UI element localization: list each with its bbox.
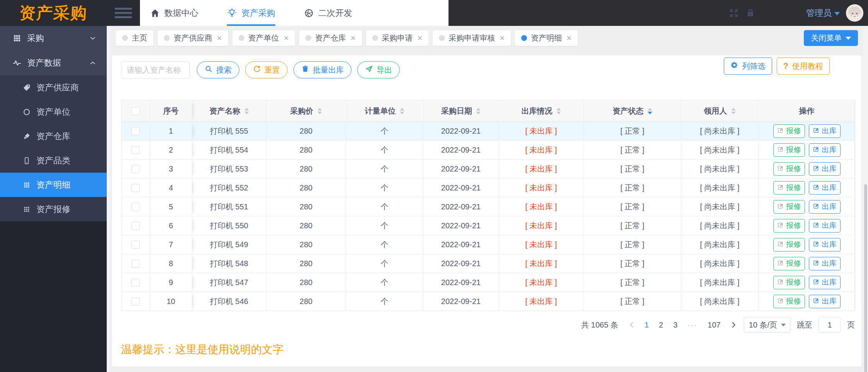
sort-desc-icon[interactable] bbox=[731, 112, 736, 114]
出库-button[interactable]: 出库 bbox=[809, 276, 841, 289]
sort-asc-icon[interactable] bbox=[317, 108, 322, 110]
close-menu-button[interactable]: 关闭菜单 bbox=[804, 30, 858, 46]
搜索-button[interactable]: 搜索 bbox=[197, 61, 239, 78]
sort-asc-icon[interactable] bbox=[648, 108, 652, 110]
sort-desc-icon[interactable] bbox=[648, 112, 652, 114]
报修-button[interactable]: 报修 bbox=[773, 200, 805, 214]
jump-page-input[interactable] bbox=[819, 317, 841, 333]
报修-button[interactable]: 报修 bbox=[773, 219, 805, 233]
row-checkbox[interactable] bbox=[131, 203, 140, 211]
sort-desc-icon[interactable] bbox=[400, 112, 404, 114]
sidebar-item-资产品类[interactable]: 资产品类 bbox=[0, 148, 107, 173]
row-checkbox[interactable] bbox=[131, 184, 140, 192]
报修-button[interactable]: 报修 bbox=[773, 295, 805, 308]
close-icon[interactable]: × bbox=[284, 34, 289, 42]
close-icon[interactable]: × bbox=[500, 34, 505, 42]
sort-icon[interactable] bbox=[731, 108, 736, 114]
sort-desc-icon[interactable] bbox=[476, 112, 481, 114]
sort-icon[interactable] bbox=[648, 108, 652, 114]
open-tab-资产供应商[interactable]: 资产供应商× bbox=[158, 31, 228, 46]
top-nav-tab-资产采购[interactable]: 资产采购 bbox=[227, 0, 275, 26]
close-icon[interactable]: × bbox=[566, 34, 571, 42]
sidebar-scrollbar[interactable] bbox=[107, 26, 110, 372]
sort-desc-icon[interactable] bbox=[317, 112, 322, 114]
close-icon[interactable]: × bbox=[418, 34, 423, 42]
column-header-计量单位[interactable]: 计量单位 bbox=[346, 100, 423, 121]
sort-asc-icon[interactable] bbox=[476, 108, 481, 110]
sidebar-item-采购[interactable]: 采购 bbox=[0, 26, 107, 51]
报修-button[interactable]: 报修 bbox=[773, 124, 805, 138]
sort-asc-icon[interactable] bbox=[244, 108, 249, 110]
user-menu[interactable]: 管理员 bbox=[806, 7, 840, 19]
hamburger-menu-icon[interactable] bbox=[115, 8, 132, 18]
报修-button[interactable]: 报修 bbox=[773, 143, 805, 157]
row-checkbox[interactable] bbox=[131, 127, 140, 135]
top-nav-tab-数据中心[interactable]: 数据中心 bbox=[150, 0, 198, 26]
sort-icon[interactable] bbox=[244, 108, 249, 114]
column-header-资产状态[interactable]: 资产状态 bbox=[584, 100, 681, 121]
出库-button[interactable]: 出库 bbox=[809, 257, 841, 270]
column-header-领用人[interactable]: 领用人 bbox=[681, 100, 759, 121]
open-tab-资产仓库[interactable]: 资产仓库× bbox=[299, 31, 362, 46]
page-number[interactable]: 3 bbox=[671, 321, 680, 330]
column-header-出库情况[interactable]: 出库情况 bbox=[499, 100, 584, 121]
sort-desc-icon[interactable] bbox=[244, 112, 249, 114]
sidebar-item-资产数据[interactable]: 资产数据 bbox=[0, 51, 107, 75]
column-header-采购价[interactable]: 采购价 bbox=[266, 100, 346, 121]
出库-button[interactable]: 出库 bbox=[809, 295, 841, 308]
报修-button[interactable]: 报修 bbox=[773, 162, 805, 176]
open-tab-资产明细[interactable]: 资产明细× bbox=[515, 31, 578, 46]
next-page-icon[interactable] bbox=[729, 321, 738, 329]
row-checkbox[interactable] bbox=[131, 146, 140, 154]
row-checkbox[interactable] bbox=[131, 222, 140, 230]
sort-asc-icon[interactable] bbox=[400, 108, 404, 110]
row-checkbox[interactable] bbox=[131, 297, 140, 306]
open-tab-采购申请审核[interactable]: 采购申请审核× bbox=[433, 31, 511, 46]
scrollbar-thumb[interactable] bbox=[864, 184, 867, 372]
报修-button[interactable]: 报修 bbox=[773, 276, 805, 289]
报修-button[interactable]: 报修 bbox=[773, 181, 805, 195]
导出-button[interactable]: 导出 bbox=[357, 61, 400, 78]
重置-button[interactable]: 重置 bbox=[245, 61, 288, 78]
sort-icon[interactable] bbox=[400, 108, 404, 114]
row-checkbox[interactable] bbox=[131, 260, 140, 268]
column-header-资产名称[interactable]: 资产名称 bbox=[192, 100, 266, 121]
window-scrollbar[interactable] bbox=[863, 26, 868, 372]
page-number[interactable]: 1 bbox=[642, 321, 651, 330]
search-input[interactable] bbox=[121, 61, 190, 78]
出库-button[interactable]: 出库 bbox=[809, 143, 841, 157]
列筛选-button[interactable]: 列筛选 bbox=[724, 58, 772, 75]
使用教程-button[interactable]: ?使用教程 bbox=[777, 58, 830, 75]
close-icon[interactable]: × bbox=[351, 34, 356, 42]
出库-button[interactable]: 出库 bbox=[809, 181, 841, 195]
出库-button[interactable]: 出库 bbox=[809, 162, 841, 176]
sort-icon[interactable] bbox=[476, 108, 481, 114]
fullscreen-icon[interactable] bbox=[729, 8, 739, 18]
avatar[interactable] bbox=[846, 4, 863, 22]
批量出库-button[interactable]: 批量出库 bbox=[293, 61, 351, 78]
prev-page-icon[interactable] bbox=[628, 321, 636, 329]
sidebar-item-资产仓库[interactable]: 资产仓库 bbox=[0, 124, 107, 148]
row-checkbox[interactable] bbox=[131, 241, 140, 249]
sidebar-item-资产报修[interactable]: 资产报修 bbox=[0, 197, 107, 221]
出库-button[interactable]: 出库 bbox=[809, 200, 841, 214]
row-checkbox[interactable] bbox=[131, 165, 140, 173]
page-number[interactable]: 107 bbox=[705, 321, 723, 330]
close-icon[interactable]: × bbox=[217, 34, 222, 42]
page-ellipsis[interactable]: ··· bbox=[685, 321, 700, 330]
sort-icon[interactable] bbox=[556, 108, 561, 114]
出库-button[interactable]: 出库 bbox=[809, 124, 841, 138]
open-tab-采购申请[interactable]: 采购申请× bbox=[366, 31, 429, 46]
出库-button[interactable]: 出库 bbox=[809, 219, 841, 233]
page-size-select[interactable]: 10 条/页 bbox=[744, 317, 791, 333]
报修-button[interactable]: 报修 bbox=[773, 257, 805, 270]
sort-icon[interactable] bbox=[317, 108, 322, 114]
出库-button[interactable]: 出库 bbox=[809, 238, 841, 251]
sidebar-item-资产单位[interactable]: 资产单位 bbox=[0, 100, 107, 124]
open-tab-资产单位[interactable]: 资产单位× bbox=[232, 31, 295, 46]
row-checkbox[interactable] bbox=[131, 279, 140, 287]
page-number[interactable]: 2 bbox=[657, 321, 665, 330]
lock-icon[interactable] bbox=[746, 8, 755, 18]
sort-desc-icon[interactable] bbox=[556, 112, 561, 114]
column-header-采购日期[interactable]: 采购日期 bbox=[423, 100, 499, 121]
